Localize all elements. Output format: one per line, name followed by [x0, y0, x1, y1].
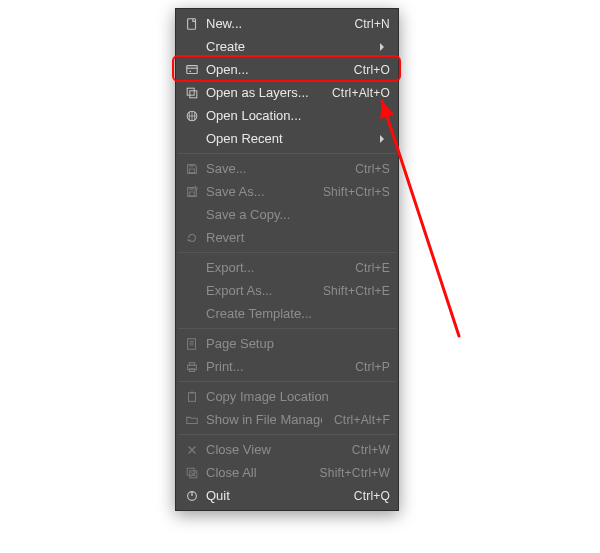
menu-item-close-all: Close AllShift+Ctrl+W — [176, 461, 398, 484]
menu-item-label: Revert — [202, 230, 390, 245]
revert-icon — [182, 230, 202, 246]
menu-item-label: Close All — [202, 465, 308, 480]
chevron-right-icon — [378, 135, 390, 143]
close-all-icon — [182, 465, 202, 481]
blank-icon — [182, 131, 202, 147]
menu-item-label: Export As... — [202, 283, 311, 298]
menu-item-shortcut: Ctrl+Q — [342, 489, 390, 503]
menu-item-label: Page Setup — [202, 336, 390, 351]
print-icon — [182, 359, 202, 375]
menu-item-new[interactable]: New...Ctrl+N — [176, 12, 398, 35]
menu-item-label: Close View — [202, 442, 340, 457]
menu-item-shortcut: Ctrl+N — [342, 17, 390, 31]
menu-separator — [178, 153, 396, 154]
menu-item-create[interactable]: Create — [176, 35, 398, 58]
menu-item-shortcut: Ctrl+O — [342, 63, 390, 77]
open-icon — [182, 62, 202, 78]
blank-icon — [182, 283, 202, 299]
menu-separator — [178, 328, 396, 329]
menu-item-save-as: Save As...Shift+Ctrl+S — [176, 180, 398, 203]
menu-item-page-setup: Page Setup — [176, 332, 398, 355]
menu-item-save: Save...Ctrl+S — [176, 157, 398, 180]
menu-item-shortcut: Shift+Ctrl+E — [311, 284, 390, 298]
menu-item-label: Create Template... — [202, 306, 390, 321]
menu-item-print: Print...Ctrl+P — [176, 355, 398, 378]
folder-icon — [182, 412, 202, 428]
menu-item-label: Print... — [202, 359, 343, 374]
layers-icon — [182, 85, 202, 101]
menu-item-open[interactable]: Open...Ctrl+O — [176, 58, 398, 81]
menu-item-shortcut: Ctrl+P — [343, 360, 390, 374]
menu-item-create-template: Create Template... — [176, 302, 398, 325]
clipboard-icon — [182, 389, 202, 405]
save-icon — [182, 161, 202, 177]
menu-item-revert: Revert — [176, 226, 398, 249]
menu-item-label: Save a Copy... — [202, 207, 390, 222]
menu-item-copy-image-location: Copy Image Location — [176, 385, 398, 408]
menu-item-export-as: Export As...Shift+Ctrl+E — [176, 279, 398, 302]
menu-item-open-as-layers[interactable]: Open as Layers...Ctrl+Alt+O — [176, 81, 398, 104]
chevron-right-icon — [378, 43, 390, 51]
menu-item-label: Open... — [202, 62, 342, 77]
menu-item-open-location[interactable]: Open Location... — [176, 104, 398, 127]
menu-item-close-view: Close ViewCtrl+W — [176, 438, 398, 461]
menu-item-label: Copy Image Location — [202, 389, 390, 404]
new-icon — [182, 16, 202, 32]
close-icon — [182, 442, 202, 458]
menu-item-shortcut: Ctrl+E — [343, 261, 390, 275]
menu-item-shortcut: Shift+Ctrl+W — [308, 466, 390, 480]
menu-item-shortcut: Ctrl+S — [343, 162, 390, 176]
file-context-menu[interactable]: New...Ctrl+NCreateOpen...Ctrl+OOpen as L… — [175, 8, 399, 511]
blank-icon — [182, 207, 202, 223]
menu-item-label: Show in File Manager — [202, 412, 322, 427]
page-setup-icon — [182, 336, 202, 352]
menu-item-export: Export...Ctrl+E — [176, 256, 398, 279]
menu-item-quit[interactable]: QuitCtrl+Q — [176, 484, 398, 507]
menu-item-shortcut: Ctrl+Alt+O — [320, 86, 390, 100]
menu-item-shortcut: Shift+Ctrl+S — [311, 185, 390, 199]
menu-item-label: Export... — [202, 260, 343, 275]
blank-icon — [182, 260, 202, 276]
menu-item-label: Quit — [202, 488, 342, 503]
menu-item-label: Save... — [202, 161, 343, 176]
blank-icon — [182, 39, 202, 55]
menu-item-label: Open Recent — [202, 131, 378, 146]
menu-item-show-in-file-manager: Show in File ManagerCtrl+Alt+F — [176, 408, 398, 431]
menu-item-shortcut: Ctrl+W — [340, 443, 390, 457]
menu-separator — [178, 381, 396, 382]
menu-item-label: Open Location... — [202, 108, 390, 123]
menu-item-label: Create — [202, 39, 378, 54]
quit-icon — [182, 488, 202, 504]
menu-item-shortcut: Ctrl+Alt+F — [322, 413, 390, 427]
save-as-icon — [182, 184, 202, 200]
menu-item-label: New... — [202, 16, 342, 31]
menu-item-open-recent[interactable]: Open Recent — [176, 127, 398, 150]
globe-icon — [182, 108, 202, 124]
menu-item-save-a-copy: Save a Copy... — [176, 203, 398, 226]
menu-separator — [178, 434, 396, 435]
menu-item-label: Save As... — [202, 184, 311, 199]
menu-item-label: Open as Layers... — [202, 85, 320, 100]
blank-icon — [182, 306, 202, 322]
menu-separator — [178, 252, 396, 253]
